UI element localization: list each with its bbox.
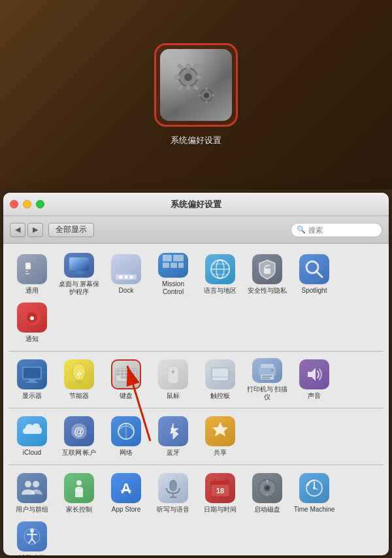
icon-desktop-label: 桌面与 屏幕保护程序 xyxy=(58,280,100,296)
svg-point-77 xyxy=(33,481,39,487)
icon-accessibility[interactable]: 辅助功能 xyxy=(8,517,56,555)
icon-bluetooth[interactable]: 蓝牙 xyxy=(150,412,197,461)
syspref-icon-img xyxy=(160,49,232,121)
svg-point-76 xyxy=(25,481,31,487)
icon-timemachine[interactable]: Time Machine xyxy=(291,469,338,517)
icon-internet[interactable]: @ 互联网 帐户 xyxy=(56,412,103,461)
icon-printer[interactable]: 打印机与 扫描仪 xyxy=(244,355,291,404)
icon-spotlight-label: Spotlight xyxy=(302,287,327,295)
svg-rect-6 xyxy=(193,63,199,70)
icon-dictation-img xyxy=(158,473,188,503)
svg-rect-4 xyxy=(175,75,180,79)
icon-mission-label: Mission Control xyxy=(152,280,194,296)
icon-display-label: 显示器 xyxy=(22,392,42,400)
icon-appstore[interactable]: A App Store xyxy=(103,469,150,517)
minimize-button[interactable] xyxy=(23,200,31,208)
svg-rect-46 xyxy=(26,382,38,383)
icon-security[interactable]: 安全性与隐私 xyxy=(244,250,291,299)
search-input[interactable] xyxy=(308,226,376,234)
forward-button[interactable]: ▶ xyxy=(27,223,43,237)
icon-dictation-label: 听写与语音 xyxy=(157,506,189,514)
svg-point-1 xyxy=(184,73,192,81)
icon-keyboard[interactable]: 键盘 xyxy=(103,355,150,404)
syspref-desktop-icon[interactable]: 系统偏好设置 xyxy=(154,43,238,146)
icon-language[interactable]: 语言与地区 xyxy=(197,250,244,299)
icon-display[interactable]: 显示器 xyxy=(8,355,56,404)
icon-internet-label: 互联网 帐户 xyxy=(62,449,97,457)
maximize-button[interactable] xyxy=(36,200,44,208)
svg-rect-64 xyxy=(212,368,229,381)
icon-notification-img: ● xyxy=(17,303,47,333)
icon-dock-img xyxy=(111,254,141,284)
close-button[interactable] xyxy=(10,200,18,208)
icon-datetime-label: 日期与时间 xyxy=(204,506,237,514)
svg-line-105 xyxy=(29,539,32,543)
icon-desktop-img xyxy=(64,253,94,278)
svg-text:A: A xyxy=(121,480,131,497)
icon-sound[interactable]: 声音 xyxy=(291,355,338,404)
icon-security-img xyxy=(252,254,282,284)
svg-rect-22 xyxy=(73,272,86,274)
icon-keyboard-img xyxy=(111,359,141,389)
icon-sound-label: 声音 xyxy=(308,392,321,400)
show-all-button[interactable]: 全部显示 xyxy=(48,223,94,237)
svg-rect-21 xyxy=(76,271,82,272)
svg-rect-3 xyxy=(186,85,190,90)
divider-3 xyxy=(8,465,384,465)
svg-point-24 xyxy=(120,276,123,279)
icon-parental[interactable]: 家长控制 xyxy=(56,469,103,517)
icon-network[interactable]: 网络 xyxy=(103,412,150,461)
svg-rect-28 xyxy=(173,255,184,261)
svg-line-39 xyxy=(316,271,322,277)
icon-general[interactable]: 通用 xyxy=(8,250,56,299)
svg-rect-17 xyxy=(25,271,28,272)
svg-point-93 xyxy=(266,487,269,489)
icon-mission[interactable]: Mission Control xyxy=(150,250,197,299)
svg-rect-13 xyxy=(205,101,208,104)
icon-printer-label: 打印机与 扫描仪 xyxy=(246,386,288,401)
search-box[interactable]: 🔍 xyxy=(291,223,382,237)
icon-startup-img xyxy=(252,473,282,503)
icon-timemachine-img xyxy=(299,473,329,503)
svg-point-63 xyxy=(172,370,174,373)
svg-rect-69 xyxy=(262,376,272,377)
icon-trackpad[interactable]: 触控板 xyxy=(197,355,244,404)
icon-row-3: iCloud @ 互联网 帐户 网络 蓝牙 xyxy=(8,412,384,461)
icon-trackpad-img xyxy=(205,359,235,389)
icon-datetime[interactable]: 18 日期与时间 xyxy=(197,469,244,517)
icon-mouse[interactable]: 鼠标 xyxy=(150,355,197,404)
icon-internet-img: @ xyxy=(64,416,94,446)
icon-dictation[interactable]: 听写与语音 xyxy=(150,469,197,517)
icon-desktop[interactable]: 桌面与 屏幕保护程序 xyxy=(56,250,103,299)
svg-rect-70 xyxy=(262,378,270,379)
icon-icloud[interactable]: iCloud xyxy=(8,412,56,461)
icon-users[interactable]: 用户与群组 xyxy=(8,469,56,517)
icon-row-1: 通用 桌面与 屏幕保护程序 Dock Mission Control xyxy=(8,250,384,347)
keyboard-red-border xyxy=(111,359,141,389)
icon-spotlight[interactable]: Spotlight xyxy=(291,250,338,299)
icon-printer-img xyxy=(252,358,282,383)
desktop-background: 系统偏好设置 xyxy=(0,0,392,189)
svg-line-106 xyxy=(32,539,35,543)
svg-point-71 xyxy=(271,369,274,372)
icon-icloud-img xyxy=(17,416,47,446)
divider-2 xyxy=(8,408,384,408)
svg-text:@: @ xyxy=(74,426,84,437)
icon-sharing[interactable]: 共享 xyxy=(197,412,244,461)
svg-rect-30 xyxy=(171,263,177,268)
svg-rect-18 xyxy=(25,273,29,274)
divider-1 xyxy=(8,351,384,352)
icon-row-4: 用户与群组 家长控制 A App Store 听写与语音 xyxy=(8,469,384,555)
svg-point-78 xyxy=(76,480,82,485)
icon-sharing-img xyxy=(205,416,235,446)
syspref-desktop-label: 系统偏好设置 xyxy=(171,135,221,146)
svg-rect-20 xyxy=(69,257,89,271)
icon-startup-label: 启动磁盘 xyxy=(254,506,280,514)
icon-dock[interactable]: Dock xyxy=(103,250,150,299)
icon-notification[interactable]: ● 通知 xyxy=(8,299,56,347)
toolbar: ◀ ▶ 全部显示 🔍 xyxy=(3,216,389,244)
svg-rect-37 xyxy=(264,269,270,274)
back-button[interactable]: ◀ xyxy=(10,223,25,237)
icon-startup[interactable]: 启动磁盘 xyxy=(244,469,291,517)
icon-energy[interactable]: 节能器 xyxy=(56,355,103,404)
